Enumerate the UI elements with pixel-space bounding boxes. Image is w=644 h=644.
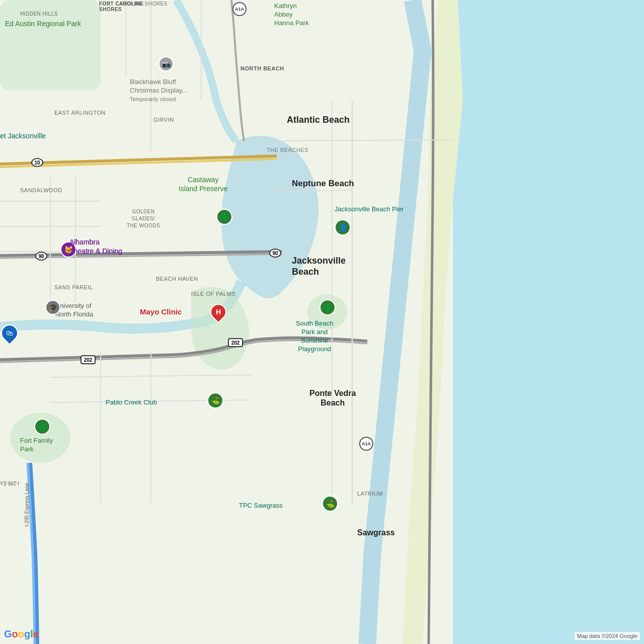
shield-202-left: 202 (80, 355, 96, 364)
shield-90-left: 90 (35, 252, 47, 261)
label-blackhawk: Blackhawk BluffChristmas Display...Tempo… (130, 78, 188, 104)
label-the-beaches: THE BEACHES (267, 147, 308, 153)
label-sans-pareil: SANS PAREIL (54, 284, 93, 290)
label-pablo-creek: Pablo Creek Club (106, 398, 157, 406)
map-attribution: Map data ©2024 Google (575, 632, 640, 640)
label-castaway: CastawayIsland Preserve (179, 175, 227, 193)
marker-tpc-sawgrass[interactable]: ⛳ (322, 496, 338, 512)
label-sandalwood: SANDALWOOD (20, 187, 62, 193)
label-hidden-hills: HIDDEN HILLS (20, 11, 58, 17)
marker-mayo-clinic[interactable]: H (210, 304, 226, 320)
label-beach-haven: BEACH HAVEN (156, 276, 198, 282)
google-logo: Google (4, 628, 39, 640)
label-girvin: GIRVIN (153, 117, 174, 123)
marker-jax-beach-pier[interactable]: 👤 (335, 219, 351, 235)
shield-202-right: 202 (228, 338, 243, 347)
label-alhambra-text: AlhambraTheatre & Dining (69, 237, 122, 256)
label-fort-family: Fort FamilyPark (20, 437, 53, 454)
label-ponte-vedra: Ponte VedraBeach (309, 388, 356, 408)
label-et-jacksonville: et Jacksonville (0, 132, 46, 140)
label-mayo-clinic: Mayo Clinic (140, 307, 182, 316)
marker-castaway-park[interactable]: 🌲 (216, 209, 232, 225)
label-jax-beach-pier: Jacksonville Beach Pier (335, 205, 404, 213)
label-north-beach: NORTH BEACH (240, 65, 284, 71)
label-latrium: LATRIUM (357, 491, 383, 497)
map-container[interactable]: FORT CAROLINE SHORES Ed Austin Regional … (0, 0, 644, 644)
label-golden-glades: GOLDENGLADES/THE WOODS (127, 208, 160, 229)
label-ed-austin: Ed Austin Regional Park (5, 19, 81, 28)
label-south-beach-park: South BeachPark andSunshinePlayground (296, 319, 333, 354)
shield-a1a-top: A1A (232, 2, 247, 16)
label-i295-text: I-295 Express Lane (24, 483, 30, 527)
label-neptune-beach: Neptune Beach (292, 179, 354, 189)
marker-shopping[interactable]: 🛍 (1, 325, 18, 342)
marker-fort-family[interactable]: 🌲 (34, 419, 50, 435)
label-fort-caroline-shores-2: FORT CAROLINESHORES (99, 1, 144, 12)
shield-a1a-bottom: A1A (359, 437, 373, 451)
svg-rect-1 (453, 0, 644, 644)
shield-90-right: 90 (269, 249, 281, 258)
marker-south-beach-park[interactable]: 🌲 (319, 299, 336, 315)
label-east-arlington: EAST ARLINGTON (54, 110, 106, 116)
marker-pablo-creek[interactable]: ⛳ (207, 392, 223, 409)
label-sawgrass: Sawgrass (357, 528, 395, 537)
shield-10: 10 (31, 158, 43, 167)
marker-blackhawk[interactable]: 📷 (158, 56, 174, 71)
marker-unf[interactable]: 🎓 (45, 300, 60, 315)
label-atlantic-beach: Atlantic Beach (287, 115, 350, 125)
label-tpc-sawgrass: TPC Sawgrass (239, 502, 283, 509)
label-kathryn-abbey: KathrynAbbeyHanna Park (274, 2, 309, 28)
label-isle-of-palms: ISLE OF PALMS (191, 291, 235, 297)
label-jacksonville-beach: JacksonvilleBeach (292, 256, 346, 277)
label-i295: I-295 Express Lane (0, 480, 19, 486)
label-unf: University ofNorth Florida (55, 302, 93, 319)
